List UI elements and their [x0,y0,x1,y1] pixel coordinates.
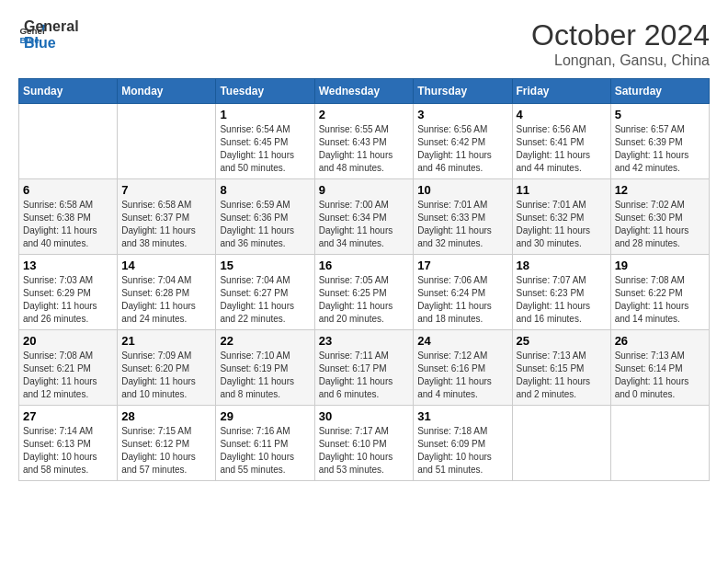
calendar-cell: 18Sunrise: 7:07 AMSunset: 6:23 PMDayligh… [512,255,610,330]
page-header: General Blue General Blue October 2024 L… [18,18,710,69]
day-number: 1 [220,108,310,121]
calendar-cell: 4Sunrise: 6:56 AMSunset: 6:41 PMDaylight… [512,104,610,179]
calendar-cell [610,406,709,481]
day-info: Sunrise: 7:08 AMSunset: 6:21 PMDaylight:… [23,350,113,401]
day-info: Sunrise: 7:08 AMSunset: 6:22 PMDaylight:… [615,274,705,326]
calendar-cell: 8Sunrise: 6:59 AMSunset: 6:36 PMDaylight… [216,179,314,255]
day-info: Sunrise: 7:04 AMSunset: 6:27 PMDaylight:… [220,274,310,326]
day-number: 12 [615,183,705,197]
calendar-cell: 28Sunrise: 7:15 AMSunset: 6:12 PMDayligh… [118,406,216,481]
day-info: Sunrise: 7:01 AMSunset: 6:33 PMDaylight:… [417,199,507,250]
calendar-cell: 15Sunrise: 7:04 AMSunset: 6:27 PMDayligh… [216,255,314,330]
weekday-header-row: SundayMondayTuesdayWednesdayThursdayFrid… [19,79,710,104]
day-info: Sunrise: 7:07 AMSunset: 6:23 PMDaylight:… [517,274,607,326]
calendar-cell: 10Sunrise: 7:01 AMSunset: 6:33 PMDayligh… [414,179,512,255]
day-info: Sunrise: 6:56 AMSunset: 6:41 PMDaylight:… [517,123,607,175]
day-number: 26 [615,334,705,348]
day-number: 18 [517,259,607,272]
day-number: 25 [517,334,607,348]
calendar-cell: 1Sunrise: 6:54 AMSunset: 6:45 PMDaylight… [216,104,314,179]
calendar-cell: 5Sunrise: 6:57 AMSunset: 6:39 PMDaylight… [610,104,709,179]
day-info: Sunrise: 7:09 AMSunset: 6:20 PMDaylight:… [121,350,211,401]
day-number: 4 [517,108,607,121]
logo: General Blue General Blue [18,18,79,51]
day-info: Sunrise: 6:58 AMSunset: 6:38 PMDaylight:… [23,199,113,250]
calendar-cell: 20Sunrise: 7:08 AMSunset: 6:21 PMDayligh… [19,330,118,406]
day-info: Sunrise: 7:11 AMSunset: 6:17 PMDaylight:… [319,350,410,401]
day-number: 8 [220,183,310,197]
calendar-cell: 7Sunrise: 6:58 AMSunset: 6:37 PMDaylight… [118,179,216,255]
calendar-cell: 31Sunrise: 7:18 AMSunset: 6:09 PMDayligh… [414,406,512,481]
weekday-header-tuesday: Tuesday [216,79,314,104]
day-number: 21 [121,334,211,348]
calendar-cell: 3Sunrise: 6:56 AMSunset: 6:42 PMDaylight… [414,104,512,179]
day-info: Sunrise: 7:16 AMSunset: 6:11 PMDaylight:… [220,425,310,477]
day-number: 23 [319,334,410,348]
calendar-week-row: 13Sunrise: 7:03 AMSunset: 6:29 PMDayligh… [19,255,710,330]
calendar-table: SundayMondayTuesdayWednesdayThursdayFrid… [18,78,710,481]
weekday-header-monday: Monday [118,79,216,104]
day-info: Sunrise: 7:03 AMSunset: 6:29 PMDaylight:… [23,274,113,326]
day-number: 17 [417,259,507,272]
day-info: Sunrise: 7:06 AMSunset: 6:24 PMDaylight:… [417,274,507,326]
day-info: Sunrise: 7:13 AMSunset: 6:14 PMDaylight:… [615,350,705,401]
day-info: Sunrise: 7:14 AMSunset: 6:13 PMDaylight:… [23,425,113,477]
weekday-header-wednesday: Wednesday [314,79,414,104]
calendar-cell: 19Sunrise: 7:08 AMSunset: 6:22 PMDayligh… [610,255,709,330]
day-info: Sunrise: 6:57 AMSunset: 6:39 PMDaylight:… [615,123,705,175]
calendar-cell: 25Sunrise: 7:13 AMSunset: 6:15 PMDayligh… [512,330,610,406]
day-info: Sunrise: 7:10 AMSunset: 6:19 PMDaylight:… [220,350,310,401]
day-info: Sunrise: 7:02 AMSunset: 6:30 PMDaylight:… [615,199,705,250]
day-info: Sunrise: 7:18 AMSunset: 6:09 PMDaylight:… [417,425,507,477]
day-info: Sunrise: 7:13 AMSunset: 6:15 PMDaylight:… [517,350,607,401]
location: Longnan, Gansu, China [531,52,710,69]
day-number: 13 [23,259,113,272]
calendar-week-row: 20Sunrise: 7:08 AMSunset: 6:21 PMDayligh… [19,330,710,406]
weekday-header-saturday: Saturday [610,79,709,104]
calendar-cell [512,406,610,481]
calendar-cell: 9Sunrise: 7:00 AMSunset: 6:34 PMDaylight… [314,179,414,255]
day-number: 19 [615,259,705,272]
weekday-header-friday: Friday [512,79,610,104]
day-number: 16 [319,259,410,272]
calendar-cell: 23Sunrise: 7:11 AMSunset: 6:17 PMDayligh… [314,330,414,406]
day-number: 20 [23,334,113,348]
day-info: Sunrise: 6:55 AMSunset: 6:43 PMDaylight:… [319,123,410,175]
calendar-cell: 2Sunrise: 6:55 AMSunset: 6:43 PMDaylight… [314,104,414,179]
day-number: 6 [23,183,113,197]
calendar-cell: 22Sunrise: 7:10 AMSunset: 6:19 PMDayligh… [216,330,314,406]
calendar-cell: 14Sunrise: 7:04 AMSunset: 6:28 PMDayligh… [118,255,216,330]
day-info: Sunrise: 6:54 AMSunset: 6:45 PMDaylight:… [220,123,310,175]
calendar-cell: 24Sunrise: 7:12 AMSunset: 6:16 PMDayligh… [414,330,512,406]
day-info: Sunrise: 7:17 AMSunset: 6:10 PMDaylight:… [319,425,410,477]
calendar-week-row: 1Sunrise: 6:54 AMSunset: 6:45 PMDaylight… [19,104,710,179]
day-number: 31 [417,409,507,423]
calendar-cell: 29Sunrise: 7:16 AMSunset: 6:11 PMDayligh… [216,406,314,481]
day-number: 11 [517,183,607,197]
day-number: 10 [417,183,507,197]
calendar-cell: 6Sunrise: 6:58 AMSunset: 6:38 PMDaylight… [19,179,118,255]
calendar-cell: 16Sunrise: 7:05 AMSunset: 6:25 PMDayligh… [314,255,414,330]
day-number: 14 [121,259,211,272]
day-number: 22 [220,334,310,348]
day-info: Sunrise: 7:04 AMSunset: 6:28 PMDaylight:… [121,274,211,326]
day-info: Sunrise: 7:01 AMSunset: 6:32 PMDaylight:… [517,199,607,250]
day-info: Sunrise: 6:58 AMSunset: 6:37 PMDaylight:… [121,199,211,250]
day-number: 30 [319,409,410,423]
calendar-cell [118,104,216,179]
day-info: Sunrise: 6:59 AMSunset: 6:36 PMDaylight:… [220,199,310,250]
day-number: 9 [319,183,410,197]
day-number: 28 [121,409,211,423]
calendar-week-row: 6Sunrise: 6:58 AMSunset: 6:38 PMDaylight… [19,179,710,255]
day-info: Sunrise: 7:00 AMSunset: 6:34 PMDaylight:… [319,199,410,250]
day-info: Sunrise: 6:56 AMSunset: 6:42 PMDaylight:… [417,123,507,175]
weekday-header-sunday: Sunday [19,79,118,104]
calendar-cell: 17Sunrise: 7:06 AMSunset: 6:24 PMDayligh… [414,255,512,330]
calendar-cell: 27Sunrise: 7:14 AMSunset: 6:13 PMDayligh… [19,406,118,481]
day-number: 24 [417,334,507,348]
day-info: Sunrise: 7:15 AMSunset: 6:12 PMDaylight:… [121,425,211,477]
day-number: 2 [319,108,410,121]
calendar-cell: 12Sunrise: 7:02 AMSunset: 6:30 PMDayligh… [610,179,709,255]
day-number: 3 [417,108,507,121]
title-block: October 2024 Longnan, Gansu, China [531,18,710,69]
